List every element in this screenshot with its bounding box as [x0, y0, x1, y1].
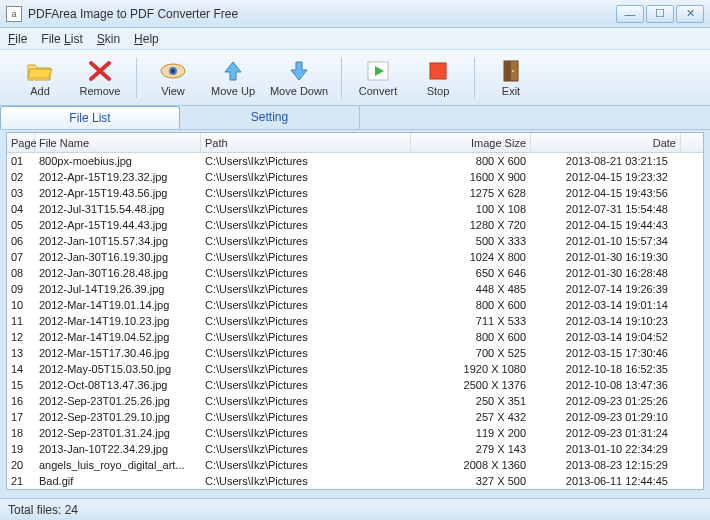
cell-filename: 2012-Jul-14T19.26.39.jpg	[35, 281, 201, 297]
table-row[interactable]: 182012-Sep-23T01.31.24.jpgC:\Users\Ikz\P…	[7, 425, 703, 441]
menu-filelist[interactable]: File List	[41, 32, 82, 46]
close-button[interactable]: ✕	[676, 5, 704, 23]
cell-imagesize: 279 X 143	[411, 441, 531, 457]
cell-page: 06	[7, 233, 35, 249]
remove-x-icon	[86, 59, 114, 83]
cell-imagesize: 1280 X 720	[411, 217, 531, 233]
cell-imagesize: 257 X 432	[411, 409, 531, 425]
cell-imagesize: 1920 X 1080	[411, 361, 531, 377]
col-path[interactable]: Path	[201, 133, 411, 152]
table-row[interactable]: 082012-Jan-30T16.28.48.jpgC:\Users\Ikz\P…	[7, 265, 703, 281]
table-row[interactable]: 072012-Jan-30T16.19.30.jpgC:\Users\Ikz\P…	[7, 249, 703, 265]
cell-path: C:\Users\Ikz\Pictures	[201, 233, 411, 249]
table-row[interactable]: 062012-Jan-10T15.57.34.jpgC:\Users\Ikz\P…	[7, 233, 703, 249]
cell-imagesize: 1600 X 900	[411, 169, 531, 185]
arrow-down-icon	[285, 59, 313, 83]
table-row[interactable]: 032012-Apr-15T19.43.56.jpgC:\Users\Ikz\P…	[7, 185, 703, 201]
cell-page: 21	[7, 473, 35, 489]
minimize-button[interactable]: —	[616, 5, 644, 23]
cell-path: C:\Users\Ikz\Pictures	[201, 185, 411, 201]
cell-path: C:\Users\Ikz\Pictures	[201, 473, 411, 489]
cell-date: 2012-03-14 19:04:52	[531, 329, 681, 345]
cell-date: 2012-04-15 19:23:32	[531, 169, 681, 185]
remove-label: Remove	[80, 85, 121, 97]
cell-date: 2012-10-18 16:52:35	[531, 361, 681, 377]
table-row[interactable]: 152012-Oct-08T13.47.36.jpgC:\Users\Ikz\P…	[7, 377, 703, 393]
table-row[interactable]: 132012-Mar-15T17.30.46.jpgC:\Users\Ikz\P…	[7, 345, 703, 361]
table-row[interactable]: 142012-May-05T15.03.50.jpgC:\Users\Ikz\P…	[7, 361, 703, 377]
cell-filename: 2012-Jan-30T16.19.30.jpg	[35, 249, 201, 265]
cell-page: 12	[7, 329, 35, 345]
menu-skin[interactable]: Skin	[97, 32, 120, 46]
cell-date: 2012-03-14 19:10:23	[531, 313, 681, 329]
maximize-button[interactable]: ☐	[646, 5, 674, 23]
table-row[interactable]: 042012-Jul-31T15.54.48.jpgC:\Users\Ikz\P…	[7, 201, 703, 217]
table-row[interactable]: 01800px-moebius.jpgC:\Users\Ikz\Pictures…	[7, 153, 703, 169]
stop-button[interactable]: Stop	[408, 53, 468, 103]
menubar: File File List Skin Help	[0, 28, 710, 50]
cell-date: 2012-09-23 01:29:10	[531, 409, 681, 425]
tab-setting[interactable]: Setting	[180, 106, 360, 129]
col-filename[interactable]: File Name	[35, 133, 201, 152]
svg-point-2	[171, 69, 175, 73]
grid-body[interactable]: 01800px-moebius.jpgC:\Users\Ikz\Pictures…	[7, 153, 703, 489]
cell-date: 2012-03-15 17:30:46	[531, 345, 681, 361]
tab-filelist[interactable]: File List	[0, 106, 180, 129]
menu-file[interactable]: File	[8, 32, 27, 46]
cell-page: 01	[7, 153, 35, 169]
table-row[interactable]: 052012-Apr-15T19.44.43.jpgC:\Users\Ikz\P…	[7, 217, 703, 233]
table-row[interactable]: 21Bad.gifC:\Users\Ikz\Pictures327 X 5002…	[7, 473, 703, 489]
exit-label: Exit	[502, 85, 520, 97]
table-row[interactable]: 122012-Mar-14T19.04.52.jpgC:\Users\Ikz\P…	[7, 329, 703, 345]
cell-page: 18	[7, 425, 35, 441]
cell-filename: 2012-Sep-23T01.31.24.jpg	[35, 425, 201, 441]
cell-path: C:\Users\Ikz\Pictures	[201, 441, 411, 457]
cell-page: 20	[7, 457, 35, 473]
table-row[interactable]: 112012-Mar-14T19.10.23.jpgC:\Users\Ikz\P…	[7, 313, 703, 329]
col-page[interactable]: Page	[7, 133, 35, 152]
cell-path: C:\Users\Ikz\Pictures	[201, 377, 411, 393]
convert-button[interactable]: Convert	[348, 53, 408, 103]
cell-date: 2012-07-14 19:26:39	[531, 281, 681, 297]
cell-filename: 2012-Oct-08T13.47.36.jpg	[35, 377, 201, 393]
table-row[interactable]: 172012-Sep-23T01.29.10.jpgC:\Users\Ikz\P…	[7, 409, 703, 425]
col-imagesize[interactable]: Image Size	[411, 133, 531, 152]
table-row[interactable]: 102012-Mar-14T19.01.14.jpgC:\Users\Ikz\P…	[7, 297, 703, 313]
cell-filename: 2012-Apr-15T19.44.43.jpg	[35, 217, 201, 233]
cell-imagesize: 700 X 525	[411, 345, 531, 361]
separator	[341, 58, 342, 98]
cell-page: 05	[7, 217, 35, 233]
toolbar: Add Remove View Move Up Move Down Conver…	[0, 50, 710, 106]
table-row[interactable]: 192013-Jan-10T22.34.29.jpgC:\Users\Ikz\P…	[7, 441, 703, 457]
cell-path: C:\Users\Ikz\Pictures	[201, 329, 411, 345]
table-row[interactable]: 162012-Sep-23T01.25.26.jpgC:\Users\Ikz\P…	[7, 393, 703, 409]
cell-filename: 2012-Jul-31T15.54.48.jpg	[35, 201, 201, 217]
cell-page: 09	[7, 281, 35, 297]
col-date[interactable]: Date	[531, 133, 681, 152]
window-title: PDFArea Image to PDF Converter Free	[28, 7, 614, 21]
table-row[interactable]: 20angels_luis_royo_digital_art...C:\User…	[7, 457, 703, 473]
cell-date: 2013-06-11 12:44:45	[531, 473, 681, 489]
table-row[interactable]: 022012-Apr-15T19.23.32.jpgC:\Users\Ikz\P…	[7, 169, 703, 185]
cell-path: C:\Users\Ikz\Pictures	[201, 297, 411, 313]
cell-path: C:\Users\Ikz\Pictures	[201, 217, 411, 233]
cell-page: 03	[7, 185, 35, 201]
cell-date: 2012-01-30 16:28:48	[531, 265, 681, 281]
moveup-button[interactable]: Move Up	[203, 53, 263, 103]
remove-button[interactable]: Remove	[70, 53, 130, 103]
cell-page: 11	[7, 313, 35, 329]
cell-date: 2012-09-23 01:25:26	[531, 393, 681, 409]
add-label: Add	[30, 85, 50, 97]
convert-label: Convert	[359, 85, 398, 97]
cell-imagesize: 100 X 108	[411, 201, 531, 217]
table-row[interactable]: 092012-Jul-14T19.26.39.jpgC:\Users\Ikz\P…	[7, 281, 703, 297]
movedown-button[interactable]: Move Down	[263, 53, 335, 103]
exit-button[interactable]: Exit	[481, 53, 541, 103]
cell-filename: 2012-Mar-14T19.10.23.jpg	[35, 313, 201, 329]
cell-path: C:\Users\Ikz\Pictures	[201, 153, 411, 169]
view-button[interactable]: View	[143, 53, 203, 103]
add-button[interactable]: Add	[10, 53, 70, 103]
tabs: File List Setting	[0, 106, 710, 130]
svg-rect-4	[430, 63, 446, 79]
menu-help[interactable]: Help	[134, 32, 159, 46]
